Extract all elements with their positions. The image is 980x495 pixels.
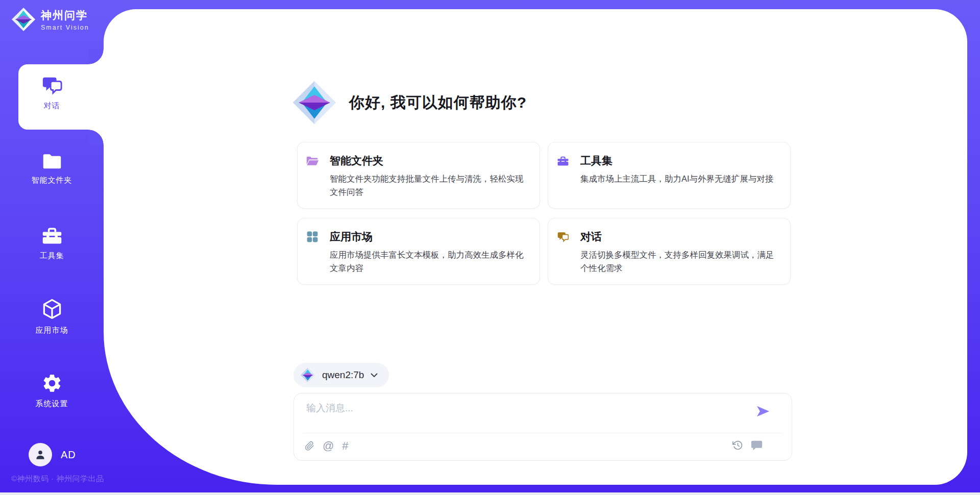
card-chat[interactable]: 对话 灵活切换多模型文件，支持多样回复效果调试，满足个性化需求 <box>548 218 791 285</box>
composer-divider <box>303 433 783 433</box>
brand-logo-block: 神州问学 Smart Vision <box>11 6 89 33</box>
greeting: 你好, 我可以如何帮助你? <box>292 79 527 126</box>
composer-tools: @ # <box>305 439 349 453</box>
sidebar-item-label: 对话 <box>0 101 104 111</box>
user-name: AD <box>61 449 76 461</box>
composer-right-tools <box>732 439 763 451</box>
notch-curve-bottom <box>88 130 104 145</box>
brand-subtitle: Smart Vision <box>41 24 89 31</box>
model-name: qwen2:7b <box>322 369 364 381</box>
message-composer: @ # <box>293 393 792 461</box>
diamond-gem-icon <box>300 367 315 383</box>
chevron-down-icon <box>371 373 378 378</box>
card-toolset[interactable]: 工具集 集成市场上主流工具，助力AI与外界无缝扩展与对接 <box>548 142 791 209</box>
brand-text: 神州问学 Smart Vision <box>41 8 89 31</box>
message-input[interactable] <box>306 402 750 428</box>
card-description: 应用市场提供丰富长文本模板，助力高效生成多样化文章内容 <box>330 248 527 275</box>
open-folder-icon <box>306 155 319 167</box>
card-description: 集成市场上主流工具，助力AI与外界无缝扩展与对接 <box>580 172 778 185</box>
user-account[interactable]: AD <box>29 443 76 466</box>
sidebar-item-label: 智能文件夹 <box>0 176 104 185</box>
model-selector[interactable]: qwen2:7b <box>293 363 389 387</box>
app-grid-icon <box>306 231 319 243</box>
card-app-market[interactable]: 应用市场 应用市场提供丰富长文本模板，助力高效生成多样化文章内容 <box>297 218 540 285</box>
hashtag-icon: # <box>342 439 348 452</box>
diamond-gem-icon <box>11 6 36 33</box>
sidebar-item-settings[interactable]: 系统设置 <box>0 373 104 409</box>
page-bottom-strip <box>0 492 980 495</box>
history-icon <box>732 440 743 451</box>
avatar <box>29 443 52 466</box>
person-icon <box>34 448 47 461</box>
sidebar-footer: ©神州数码 · 神州问学出品 <box>11 474 104 484</box>
chat-bubble-icon <box>750 439 763 451</box>
send-button[interactable] <box>755 404 771 419</box>
chat-bubbles-icon <box>556 231 570 243</box>
send-icon <box>755 405 771 418</box>
card-description: 灵活切换多模型文件，支持多样回复效果调试，满足个性化需求 <box>580 248 778 275</box>
sidebar-item-smart-folder[interactable]: 智能文件夹 <box>0 150 104 185</box>
attach-button[interactable] <box>305 440 314 452</box>
paperclip-icon <box>305 440 314 452</box>
sidebar-item-app-market[interactable]: 应用市场 <box>0 298 104 335</box>
card-title: 对话 <box>580 230 602 244</box>
brand-name: 神州问学 <box>41 8 89 22</box>
gear-icon <box>41 373 63 394</box>
cube-icon <box>40 298 64 319</box>
toolbox-icon <box>40 225 64 246</box>
card-title: 工具集 <box>580 154 612 168</box>
sidebar-item-chat[interactable]: 对话 <box>0 75 104 111</box>
card-title: 应用市场 <box>330 230 373 244</box>
sidebar-item-label: 系统设置 <box>0 399 104 409</box>
sidebar-item-label: 应用市场 <box>0 326 104 335</box>
chat-bubble-button[interactable] <box>750 439 763 451</box>
diamond-gem-icon <box>292 79 337 126</box>
sidebar-item-label: 工具集 <box>0 251 104 261</box>
card-description: 智能文件夹功能支持批量文件上传与清洗，轻松实现文件问答 <box>330 172 527 199</box>
sidebar-item-toolset[interactable]: 工具集 <box>0 225 104 261</box>
folder-icon <box>40 150 64 171</box>
history-button[interactable] <box>732 440 743 451</box>
card-smart-folder[interactable]: 智能文件夹 智能文件夹功能支持批量文件上传与清洗，轻松实现文件问答 <box>297 142 540 209</box>
chat-bubbles-icon <box>40 75 64 96</box>
feature-cards: 智能文件夹 智能文件夹功能支持批量文件上传与清洗，轻松实现文件问答 工具集 集成… <box>297 142 791 285</box>
hashtag-button[interactable]: # <box>342 439 348 453</box>
notch-curve-top <box>88 49 104 64</box>
mention-button[interactable]: @ <box>323 439 334 453</box>
toolbox-icon <box>556 155 570 167</box>
mention-icon: @ <box>323 439 334 452</box>
greeting-text: 你好, 我可以如何帮助你? <box>349 92 527 113</box>
card-title: 智能文件夹 <box>330 154 383 168</box>
